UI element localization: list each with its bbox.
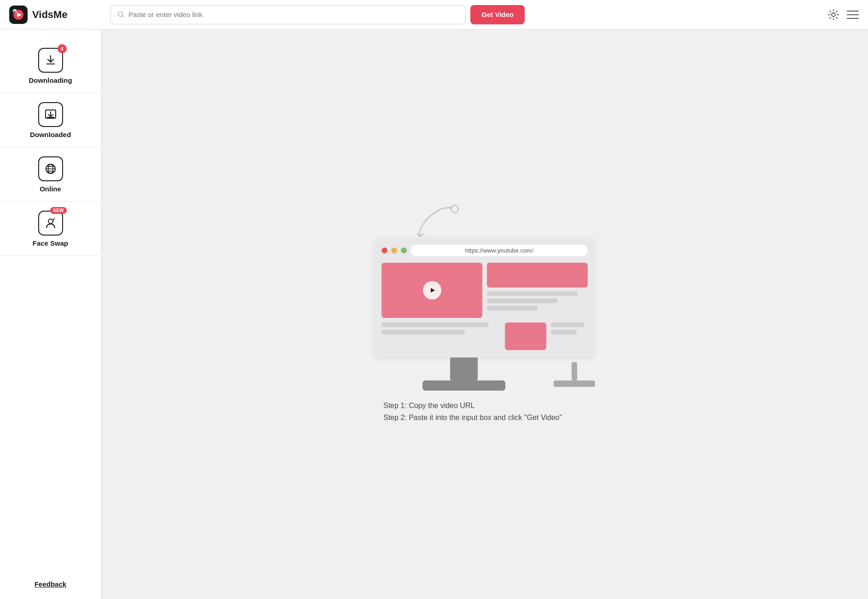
faceswap-label: Face Swap — [33, 239, 69, 247]
monitor-base — [422, 380, 505, 391]
play-button-icon — [423, 281, 441, 300]
right-column — [487, 263, 588, 311]
downloaded-label: Downloaded — [30, 131, 71, 138]
header: VidsMe Get Video — [0, 0, 868, 29]
illustration-area: https://www.youtube.com/ — [374, 203, 595, 426]
dot-green — [401, 248, 407, 253]
dot-red — [382, 248, 388, 253]
video-thumbnail-small-2 — [505, 323, 546, 350]
monitor-screen: https://www.youtube.com/ — [374, 237, 595, 357]
header-right — [818, 9, 859, 21]
feedback-button[interactable]: Feedback — [35, 580, 66, 588]
text-line — [382, 323, 488, 327]
app-title: VidsMe — [32, 9, 68, 21]
main-content: https://www.youtube.com/ — [101, 29, 868, 599]
steps-area: Step 1: Copy the video URL Step 2: Paste… — [383, 402, 562, 426]
laptop-hinge — [572, 362, 577, 380]
text-line — [487, 291, 578, 296]
downloading-label: Downloading — [29, 76, 72, 84]
svg-point-20 — [451, 205, 458, 213]
text-line — [487, 299, 557, 303]
arrow-illustration — [411, 203, 466, 242]
laptop-side — [554, 362, 595, 387]
laptop-base — [554, 380, 595, 387]
logo-icon — [9, 6, 28, 24]
text-lines-1 — [487, 291, 588, 311]
downloaded-icon-wrap — [38, 102, 63, 127]
sidebar-item-downloaded[interactable]: Downloaded — [0, 93, 101, 147]
sidebar-item-downloading[interactable]: 4 Downloading — [0, 39, 101, 93]
search-bar — [110, 5, 466, 24]
svg-point-7 — [832, 13, 835, 17]
url-bar: https://www.youtube.com/ — [411, 245, 588, 256]
faceswap-badge: NEW — [50, 207, 66, 214]
monitor-neck — [450, 357, 478, 380]
downloading-badge: 4 — [58, 44, 67, 53]
search-area: Get Video — [110, 5, 525, 24]
step1-text: Step 1: Copy the video URL — [383, 402, 562, 410]
browser-bar: https://www.youtube.com/ — [382, 245, 588, 256]
text-line — [382, 330, 465, 334]
video-thumbnail-large — [382, 263, 482, 318]
svg-line-6 — [122, 16, 124, 17]
step2-text: Step 2: Paste it into the input box and … — [383, 414, 562, 422]
text-line — [487, 306, 538, 311]
faceswap-icon-wrap: NEW — [38, 211, 63, 236]
app-body: 4 Downloading Downloaded — [0, 29, 868, 599]
sidebar-item-faceswap[interactable]: NEW Face Swap — [0, 202, 101, 256]
online-label: Online — [40, 185, 61, 193]
sidebar: 4 Downloading Downloaded — [0, 29, 101, 599]
sidebar-item-online[interactable]: Online — [0, 147, 101, 202]
text-line — [551, 323, 584, 327]
get-video-button[interactable]: Get Video — [470, 5, 525, 24]
settings-button[interactable] — [827, 9, 839, 21]
logo-area: VidsMe — [9, 6, 110, 24]
dot-yellow — [391, 248, 397, 253]
downloading-icon-wrap: 4 — [38, 48, 63, 73]
search-icon — [117, 11, 125, 18]
svg-point-19 — [48, 219, 53, 224]
text-line — [551, 330, 577, 334]
monitor-illustration: https://www.youtube.com/ — [374, 237, 595, 391]
svg-marker-21 — [431, 288, 435, 293]
video-thumbnail-small-1 — [487, 263, 588, 288]
search-input[interactable] — [128, 11, 459, 18]
feedback-area: Feedback — [0, 569, 101, 599]
menu-button[interactable] — [847, 10, 859, 19]
online-icon-wrap — [38, 156, 63, 181]
